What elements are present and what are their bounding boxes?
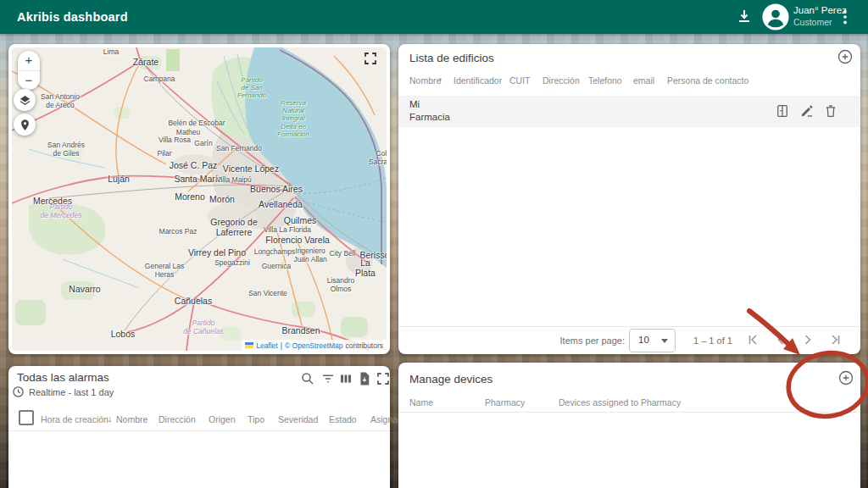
next-page-icon[interactable] xyxy=(800,332,815,347)
column-header-pharmacy[interactable]: Pharmacy xyxy=(485,397,525,408)
devices-panel: Manage devices Name Pharmacy Devices ass… xyxy=(398,363,860,488)
filter-icon[interactable] xyxy=(320,371,336,386)
map-label: San Vicente xyxy=(248,290,287,298)
map-label: Colonia Sacramento xyxy=(369,150,387,167)
map-label: Partido de San Fernando xyxy=(237,76,266,100)
column-header-estado[interactable]: Estado xyxy=(329,414,357,424)
zoom-in-button[interactable]: + xyxy=(18,51,40,70)
map-label: Moreno xyxy=(175,191,205,202)
sort-desc-icon[interactable]: ↓ xyxy=(108,413,112,424)
layers-button[interactable] xyxy=(14,89,36,111)
map-label: Villa Rosa xyxy=(159,136,191,145)
map-label: Avellaneda xyxy=(259,199,303,209)
map-labels-layer: LimaZárateCampanaSan Antonio de ArecoSan… xyxy=(12,47,387,351)
map-label: Lima xyxy=(103,48,119,57)
column-header-severidad[interactable]: Severidad xyxy=(278,414,318,424)
map-label: Cañuelas xyxy=(175,296,212,306)
clock-icon xyxy=(12,385,25,398)
column-header-direccion[interactable]: Dirección xyxy=(159,414,196,424)
kebab-menu-icon[interactable] xyxy=(836,8,856,28)
map-canvas[interactable]: LimaZárateCampanaSan Antonio de ArecoSan… xyxy=(12,47,387,351)
map-label: Partido de Mercedes xyxy=(40,203,81,220)
map-label: General Las Heras xyxy=(145,263,184,280)
panel-title: Lista de edificios xyxy=(409,52,494,64)
column-header-hora[interactable]: Hora de creación xyxy=(41,414,108,424)
location-pin-icon xyxy=(19,119,31,131)
column-header-cuit[interactable]: CUIT xyxy=(509,75,531,86)
column-header-nombre[interactable]: Nombre xyxy=(116,414,147,424)
alarms-panel: Todas las alarmas Realtime - last 1 day … xyxy=(8,366,390,488)
map-label: Ingeniero Juan Allan xyxy=(293,247,326,264)
map-label: Zárate xyxy=(133,57,159,67)
header-divider xyxy=(398,412,860,413)
paginator-divider xyxy=(398,326,860,327)
column-header-identificador[interactable]: Identificador xyxy=(453,75,502,86)
map-label: Spegazzini xyxy=(214,259,250,268)
app-header: Akribis dashboard Juan° Perez Customer xyxy=(0,0,868,34)
map-label: Buenos Aires xyxy=(250,184,303,194)
app-title: Akribis dashboard xyxy=(17,10,128,24)
column-header-nombre[interactable]: Nombre xyxy=(409,75,441,86)
panel-title: Manage devices xyxy=(409,373,492,385)
map-label: Villa Maipú xyxy=(216,176,251,185)
column-header-tipo[interactable]: Tipo xyxy=(248,414,264,424)
map-label: San Andrés de Giles xyxy=(47,141,85,158)
map-label: Virrey del Pino xyxy=(188,247,246,258)
map-label: Partido de Cañuelas xyxy=(183,319,224,336)
fullscreen-icon[interactable] xyxy=(376,371,391,386)
ukraine-flag-icon xyxy=(245,342,253,348)
column-header-devices-assigned[interactable]: Devices assigned to Pharmacy xyxy=(559,397,681,408)
sort-asc-icon[interactable]: ↑ xyxy=(438,75,442,85)
layers-icon xyxy=(19,94,31,107)
map-zoom-control: + − xyxy=(18,51,40,90)
select-all-checkbox[interactable] xyxy=(19,410,34,425)
column-header-telefono[interactable]: Telefono xyxy=(588,75,622,86)
map-label: San Fernando xyxy=(216,145,262,153)
panel-title: Todas las alarmas xyxy=(17,371,109,384)
previous-page-icon[interactable] xyxy=(773,332,788,347)
add-device-button[interactable] xyxy=(837,369,854,386)
map-label: Pilar xyxy=(157,150,171,158)
page-size-select[interactable]: 10 xyxy=(629,329,676,352)
export-file-icon[interactable] xyxy=(357,371,372,386)
building-name-cell: Mi Farmacia xyxy=(409,98,450,124)
map-label: City Bell xyxy=(329,250,355,258)
search-icon[interactable] xyxy=(300,371,315,386)
map-label: Gregorio de Laferrere xyxy=(210,217,257,237)
download-icon[interactable] xyxy=(734,7,754,27)
buildings-panel: Lista de edificios Nombre ↑ Identificado… xyxy=(398,44,860,354)
last-page-icon[interactable] xyxy=(828,332,843,347)
avatar[interactable] xyxy=(761,3,790,31)
map-label: Lisandro Olmos xyxy=(318,277,364,294)
map-label: Longchamps xyxy=(254,248,296,257)
map-label: Garín xyxy=(194,140,212,148)
map-label: Quilmes xyxy=(284,215,317,225)
first-page-icon[interactable] xyxy=(745,332,760,347)
fullscreen-icon[interactable] xyxy=(363,51,378,66)
column-header-persona[interactable]: Persona de contacto xyxy=(667,75,748,86)
table-row[interactable] xyxy=(398,96,860,127)
page-size-value: 10 xyxy=(638,335,649,345)
map-label: José C. Paz xyxy=(170,160,218,170)
map-label: Lobos xyxy=(111,329,136,339)
map-label: Matheu xyxy=(176,129,200,137)
column-header-name[interactable]: Name xyxy=(409,397,433,408)
osm-link[interactable]: © OpenStreetMap xyxy=(285,341,343,350)
edit-icon[interactable] xyxy=(799,103,815,119)
delete-icon[interactable] xyxy=(823,103,838,119)
columns-icon[interactable] xyxy=(338,371,353,386)
leaflet-link[interactable]: Leaflet xyxy=(256,341,278,350)
column-header-email[interactable]: email xyxy=(633,75,654,86)
map-label: Brandsen xyxy=(282,325,320,336)
column-header-direccion[interactable]: Dirección xyxy=(542,75,580,86)
add-building-button[interactable] xyxy=(837,48,854,65)
map-label: Villa La Florida xyxy=(264,226,311,235)
map-label: Santa María xyxy=(174,174,222,184)
map-label: Berisso xyxy=(359,250,387,260)
items-per-page-label: Items per page: xyxy=(526,336,625,346)
page-range-label: 1 – 1 of 1 xyxy=(693,336,732,346)
door-icon[interactable] xyxy=(775,103,790,119)
map-label: Morón xyxy=(209,194,235,204)
column-header-origen[interactable]: Origen xyxy=(209,414,236,424)
location-button[interactable] xyxy=(14,114,36,136)
